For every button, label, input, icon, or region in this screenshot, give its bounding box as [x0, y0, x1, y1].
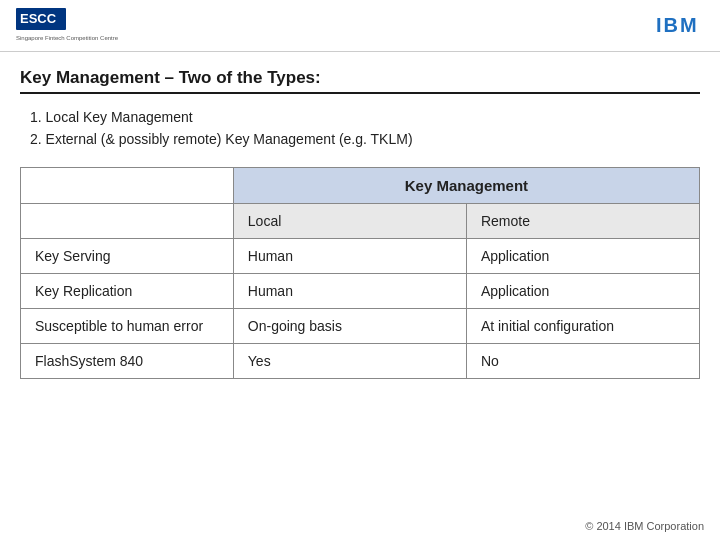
row-remote-1: Application	[466, 273, 699, 308]
row-remote-2: At initial configuration	[466, 308, 699, 343]
row-remote-0: Application	[466, 238, 699, 273]
row-label-2: Susceptible to human error	[21, 308, 234, 343]
col-local-header: Local	[233, 203, 466, 238]
svg-text:Singapore Fintech Competition : Singapore Fintech Competition Centre	[16, 35, 119, 41]
row-local-2: On-going basis	[233, 308, 466, 343]
svg-text:ESCC: ESCC	[20, 11, 57, 26]
key-management-table: Key Management Local Remote Key ServingH…	[20, 167, 700, 379]
table-row: Susceptible to human errorOn-going basis…	[21, 308, 700, 343]
table-row: FlashSystem 840YesNo	[21, 343, 700, 378]
footer: © 2014 IBM Corporation	[585, 520, 704, 532]
page-title: Key Management – Two of the Types:	[20, 68, 700, 94]
row-local-3: Yes	[233, 343, 466, 378]
col-remote-header: Remote	[466, 203, 699, 238]
copyright-text: © 2014 IBM Corporation	[585, 520, 704, 532]
row-label-0: Key Serving	[21, 238, 234, 273]
row-local-1: Human	[233, 273, 466, 308]
list-item-1: 1. Local Key Management	[30, 106, 700, 128]
list-item-2: 2. External (& possibly remote) Key Mana…	[30, 128, 700, 150]
ibm-logo: IBM	[656, 14, 704, 41]
table-row: Key ServingHumanApplication	[21, 238, 700, 273]
header: ESCC Singapore Fintech Competition Centr…	[0, 0, 720, 52]
escc-logo: ESCC Singapore Fintech Competition Centr…	[16, 8, 126, 47]
table-top-header: Key Management	[233, 167, 699, 203]
main-content: Key Management – Two of the Types: 1. Lo…	[0, 52, 720, 389]
row-label-3: FlashSystem 840	[21, 343, 234, 378]
svg-text:IBM: IBM	[656, 14, 699, 36]
table-row: Key ReplicationHumanApplication	[21, 273, 700, 308]
row-local-0: Human	[233, 238, 466, 273]
intro-list: 1. Local Key Management 2. External (& p…	[20, 106, 700, 151]
row-label-1: Key Replication	[21, 273, 234, 308]
row-remote-3: No	[466, 343, 699, 378]
